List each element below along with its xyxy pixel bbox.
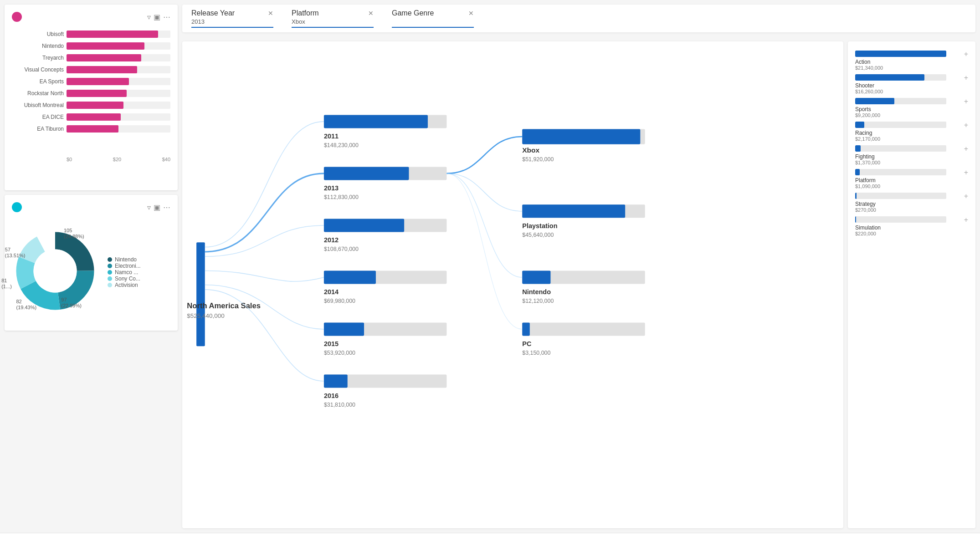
- bar-fill: [67, 78, 129, 85]
- genre-plus-icon[interactable]: +: [961, 145, 968, 153]
- bar-row: EA Sports: [14, 76, 170, 87]
- bar-row: EA Tiburon: [14, 123, 170, 135]
- filter-icon-pub[interactable]: ▿: [147, 203, 151, 212]
- genre-track: [855, 169, 946, 175]
- genre-plus-icon[interactable]: +: [961, 216, 968, 224]
- bar-fill: [67, 102, 123, 109]
- legend-dot: [108, 270, 112, 275]
- bar-rows: Ubisoft Nintendo Treyarch Visual Concept…: [14, 28, 170, 135]
- svg-rect-30: [324, 374, 348, 388]
- genre-bar-area: Platform $1,090,000: [855, 169, 961, 189]
- bar-fill: [67, 42, 144, 50]
- genre-track: [855, 216, 946, 223]
- genre-plus-icon[interactable]: +: [961, 74, 968, 82]
- genre-track: [855, 74, 946, 81]
- filter-value: 2013: [191, 18, 273, 25]
- filter-chip[interactable]: Release Year ✕ 2013: [191, 9, 273, 28]
- filter-chips: Release Year ✕ 2013 Platform ✕ Xbox Game…: [191, 9, 474, 28]
- legend-item: Namco ...: [108, 269, 141, 276]
- svg-text:Nintendo: Nintendo: [522, 288, 551, 296]
- genre-row: Strategy $270,000 +: [855, 191, 968, 214]
- genre-plus-icon[interactable]: +: [961, 169, 968, 176]
- filter-chip[interactable]: Game Genre ✕: [392, 9, 474, 28]
- bar-label: Visual Concepts: [14, 66, 64, 73]
- legend-dot: [108, 257, 112, 262]
- svg-text:$3,150,000: $3,150,000: [522, 350, 550, 356]
- genre-plus-icon[interactable]: +: [961, 122, 968, 129]
- filter-value: Xbox: [292, 18, 374, 25]
- developer-dot-icon: [12, 12, 22, 22]
- genre-info: Sports $9,200,000: [855, 106, 961, 118]
- svg-text:PC: PC: [522, 340, 532, 347]
- genre-info: Platform $1,090,000: [855, 177, 961, 189]
- genre-fill: [855, 98, 894, 104]
- donut-area: 105(24.88%) 57(13.51%) 81(1...) 82(19.43…: [12, 219, 170, 323]
- bar-chart-content: Ubisoft Nintendo Treyarch Visual Concept…: [14, 28, 170, 183]
- genre-rows: Action $21,340,000 + Shooter $16,260,000…: [855, 49, 968, 238]
- genre-plus-icon[interactable]: +: [961, 98, 968, 105]
- bar-row: Ubisoft Montreal: [14, 99, 170, 111]
- svg-text:2012: 2012: [324, 236, 339, 244]
- genre-info: Strategy $270,000: [855, 201, 961, 213]
- bar-label: Ubisoft: [14, 31, 64, 37]
- genre-row: Simulation $220,000 +: [855, 214, 968, 238]
- right-panel-genre: Action $21,340,000 + Shooter $16,260,000…: [848, 41, 975, 528]
- legend-label: Namco ...: [115, 269, 138, 276]
- genre-info: Simulation $220,000: [855, 224, 961, 236]
- left-panel: ▿ ▣ ⋯ Ubisoft Nintendo Treyarch Visual C…: [5, 5, 178, 528]
- genre-value: $1,370,000: [855, 160, 961, 165]
- genre-value: $270,000: [855, 207, 961, 213]
- genre-row: Sports $9,200,000 +: [855, 96, 968, 120]
- legend-item: Sony Co...: [108, 276, 141, 282]
- bar-track: [67, 102, 170, 109]
- genre-bar-area: Sports $9,200,000: [855, 98, 961, 118]
- genre-value: $9,200,000: [855, 112, 961, 118]
- filter-icon[interactable]: ▿: [147, 13, 151, 21]
- genre-bar-area: Simulation $220,000: [855, 216, 961, 236]
- bar-row: Treyarch: [14, 52, 170, 64]
- filter-close-icon[interactable]: ✕: [468, 10, 474, 17]
- genre-plus-icon[interactable]: +: [961, 51, 968, 58]
- bar-label: EA Tiburon: [14, 126, 64, 132]
- legend-dot: [108, 283, 112, 287]
- sankey-flow-area: North America Sales $525,440,000 2011 $1…: [182, 41, 843, 528]
- expand-icon[interactable]: ▣: [154, 13, 160, 21]
- genre-value: $21,340,000: [855, 65, 961, 71]
- genre-plus-icon[interactable]: +: [961, 193, 968, 200]
- bar-row: Rockstar North: [14, 87, 170, 99]
- bar-track: [67, 66, 170, 73]
- genre-bar-area: Action $21,340,000: [855, 51, 961, 71]
- bar-label: Treyarch: [14, 55, 64, 61]
- flow-genre-area: North America Sales $525,440,000 2011 $1…: [182, 41, 975, 528]
- card-actions-publisher: ▿ ▣ ⋯: [147, 203, 170, 212]
- svg-text:$525,440,000: $525,440,000: [187, 312, 224, 319]
- bar-label: Rockstar North: [14, 90, 64, 97]
- x-axis: $0 $20 $40: [14, 157, 170, 162]
- bar-track: [67, 113, 170, 121]
- legend-item: Activision: [108, 282, 141, 288]
- bar-track: [67, 90, 170, 97]
- genre-bar-area: Racing $2,170,000: [855, 122, 961, 142]
- more-icon[interactable]: ⋯: [163, 13, 170, 21]
- more-icon-pub[interactable]: ⋯: [163, 203, 170, 212]
- svg-rect-6: [196, 242, 205, 346]
- genre-fill: [855, 193, 857, 199]
- filter-close-icon[interactable]: ✕: [368, 10, 374, 17]
- filter-chip[interactable]: Platform ✕ Xbox: [292, 9, 374, 28]
- genre-row: Action $21,340,000 +: [855, 49, 968, 72]
- bar-row: Nintendo: [14, 40, 170, 52]
- publisher-dot-icon: [12, 202, 22, 212]
- expand-icon-pub[interactable]: ▣: [154, 203, 160, 212]
- genre-value: $1,090,000: [855, 184, 961, 189]
- genre-fill: [855, 74, 924, 81]
- legend-dot: [108, 264, 112, 268]
- filter-close-icon[interactable]: ✕: [268, 10, 273, 17]
- bar-fill: [67, 113, 121, 121]
- genre-fill: [855, 169, 860, 175]
- genre-info: Action $21,340,000: [855, 59, 961, 71]
- genre-name: Simulation: [855, 224, 961, 231]
- genre-value: $220,000: [855, 231, 961, 236]
- svg-text:$148,230,000: $148,230,000: [324, 142, 359, 148]
- bottom-bar: [0, 533, 980, 551]
- genre-value: $2,170,000: [855, 136, 961, 142]
